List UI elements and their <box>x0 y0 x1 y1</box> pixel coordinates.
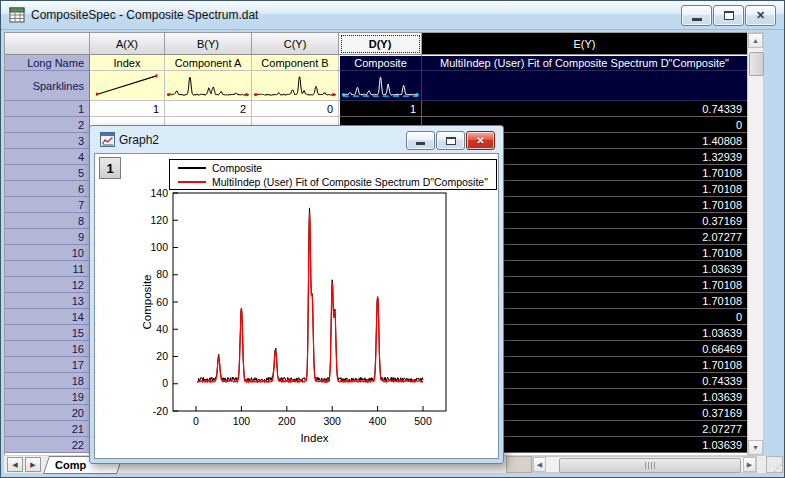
row-header-14[interactable]: 14 <box>5 309 90 325</box>
thumb-grip-icon <box>645 462 655 469</box>
row-header-6[interactable]: 6 <box>5 181 90 197</box>
y-tick-label: 40 <box>156 323 168 335</box>
x-tick-label: 100 <box>233 415 251 427</box>
row-header-9[interactable]: 9 <box>5 229 90 245</box>
graph-minimize-button[interactable] <box>406 131 435 150</box>
long-name-cell[interactable]: MultiIndep (User) Fit of Composite Spect… <box>422 55 748 71</box>
horizontal-scrollbar-thumb[interactable] <box>559 458 741 473</box>
cell-b-1[interactable]: 2 <box>165 101 252 117</box>
graph-legend[interactable]: Composite MultiIndep (User) Fit of Compo… <box>169 159 497 190</box>
graph-client-area: 1 Composite MultiIndep (User) Fit of Com… <box>94 153 499 459</box>
sparkline-component_a <box>167 72 249 99</box>
y-tick-label: -20 <box>153 405 168 417</box>
graph-window-title: Graph2 <box>119 133 159 147</box>
legend-line-composite <box>178 167 206 169</box>
sparkline-composite <box>342 72 419 99</box>
origin-workspace: CompositeSpec - Composite Spectrum.dat ✕… <box>0 0 785 478</box>
legend-entry: Composite <box>172 161 494 175</box>
vertical-scrollbar[interactable]: ▲ ▼ <box>747 32 764 456</box>
resize-grip[interactable]: ⋰ <box>766 456 783 473</box>
row-header-21[interactable]: 21 <box>5 421 90 437</box>
sparkline-cell[interactable] <box>252 71 339 101</box>
row-header-7[interactable]: 7 <box>5 197 90 213</box>
row-header-19[interactable]: 19 <box>5 389 90 405</box>
layer-badge[interactable]: 1 <box>99 157 121 179</box>
tab-next-button[interactable]: ▶ <box>25 457 41 472</box>
column-header-c[interactable]: C(Y) <box>252 33 339 55</box>
row-header-12[interactable]: 12 <box>5 277 90 293</box>
tab-prev-button[interactable]: ◀ <box>7 457 23 472</box>
column-header-a[interactable]: A(X) <box>90 33 165 55</box>
row-header-13[interactable]: 13 <box>5 293 90 309</box>
row-label-long-name: Long Name <box>5 55 90 71</box>
long-name-cell[interactable]: Index <box>90 55 165 71</box>
sparkline-component_b <box>254 72 336 99</box>
row-header-17[interactable]: 17 <box>5 357 90 373</box>
long-name-cell[interactable]: Component B <box>252 55 339 71</box>
row-header-11[interactable]: 11 <box>5 261 90 277</box>
row-header-15[interactable]: 15 <box>5 325 90 341</box>
cell-a-1[interactable]: 1 <box>90 101 165 117</box>
y-axis-label: Composite <box>141 275 153 330</box>
close-button[interactable]: ✕ <box>745 5 776 26</box>
row-header-20[interactable]: 20 <box>5 405 90 421</box>
scroll-right-icon: ▶ <box>747 461 752 469</box>
sparkline-cell[interactable] <box>165 71 252 101</box>
x-axis-label: Index <box>300 432 328 444</box>
row-header-16[interactable]: 16 <box>5 341 90 357</box>
column-header-d[interactable]: D(Y) <box>339 33 422 55</box>
long-name-cell[interactable]: Composite <box>339 55 422 71</box>
scroll-left-button[interactable]: ◀ <box>533 457 546 472</box>
row-header-3[interactable]: 3 <box>5 133 90 149</box>
x-tick-label: 300 <box>323 415 341 427</box>
row-header-8[interactable]: 8 <box>5 213 90 229</box>
pane-splitter[interactable] <box>506 456 532 473</box>
row-header-5[interactable]: 5 <box>5 165 90 181</box>
graph-close-button[interactable]: ✕ <box>466 131 495 150</box>
vertical-scrollbar-thumb[interactable] <box>749 52 764 76</box>
restore-icon <box>724 11 734 20</box>
cell-c-1[interactable]: 0 <box>252 101 339 117</box>
legend-entry: MultiIndep (User) Fit of Composite Spect… <box>172 175 494 189</box>
horizontal-scrollbar[interactable]: ◀ ▶ <box>532 456 757 473</box>
graph-restore-button[interactable] <box>436 131 465 150</box>
y-tick-label: 140 <box>150 187 168 199</box>
y-tick-label: 60 <box>156 296 168 308</box>
legend-line-fit <box>178 181 206 183</box>
sparkline-cell[interactable] <box>339 71 422 101</box>
row-header-10[interactable]: 10 <box>5 245 90 261</box>
scroll-up-button[interactable]: ▲ <box>748 33 763 48</box>
scroll-down-button[interactable]: ▼ <box>748 440 763 455</box>
cell-d-1[interactable]: 1 <box>339 101 422 117</box>
worksheet-titlebar[interactable]: CompositeSpec - Composite Spectrum.dat ✕ <box>1 1 785 30</box>
scroll-right-button[interactable]: ▶ <box>743 457 756 472</box>
row-header-1[interactable]: 1 <box>5 101 90 117</box>
column-header-b[interactable]: B(Y) <box>165 33 252 55</box>
column-header-e[interactable]: E(Y) <box>422 33 748 55</box>
worksheet-window-title: CompositeSpec - Composite Spectrum.dat <box>31 8 258 22</box>
spectrum-plot: -200204060801001201400100200300400500Com… <box>95 154 499 459</box>
sparkline-cell[interactable] <box>422 71 748 101</box>
restore-button[interactable] <box>713 5 744 26</box>
cell-e-1[interactable]: 0.74339 <box>422 101 748 117</box>
graph-titlebar[interactable]: Graph2 ✕ <box>92 128 501 151</box>
worksheet-icon <box>9 7 25 23</box>
row-header-2[interactable]: 2 <box>5 117 90 133</box>
sheet-tab-label: Comp <box>47 459 86 471</box>
sparkline-cell[interactable] <box>90 71 165 101</box>
minimize-button[interactable] <box>681 5 712 26</box>
close-icon: ✕ <box>476 136 484 146</box>
long-name-cell[interactable]: Component A <box>165 55 252 71</box>
row-header-18[interactable]: 18 <box>5 373 90 389</box>
x-tick-label: 500 <box>414 415 432 427</box>
row-header-22[interactable]: 22 <box>5 437 90 453</box>
legend-label-composite: Composite <box>212 162 262 174</box>
row-header-4[interactable]: 4 <box>5 149 90 165</box>
minimize-icon <box>692 18 702 21</box>
corner-cell[interactable] <box>5 33 90 55</box>
resize-grip-icon: ⋰ <box>773 465 782 472</box>
x-tick-label: 0 <box>193 415 199 427</box>
row-label-sparklines: Sparklines <box>5 71 90 101</box>
scroll-down-icon: ▼ <box>752 444 759 451</box>
y-tick-label: 80 <box>156 268 168 280</box>
